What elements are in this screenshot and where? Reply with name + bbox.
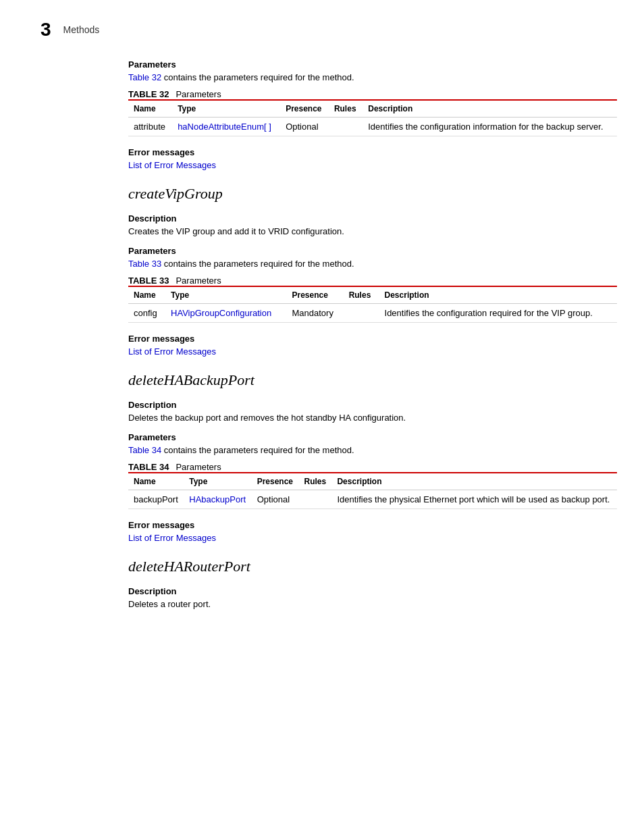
chapter-title: Methods — [63, 24, 100, 35]
col-type: Type — [184, 473, 251, 490]
type-link[interactable]: HAbackupPort — [189, 494, 246, 504]
cell-name: attribute — [128, 118, 172, 136]
col-name: Name — [128, 473, 184, 490]
table-row: attribute haNodeAttributeEnum[ ] Optiona… — [128, 118, 617, 136]
table33-label-row: TABLE 33 Parameters — [128, 276, 617, 286]
table-32-header-row: Name Type Presence Rules Description — [128, 100, 617, 118]
cell-rules — [344, 304, 379, 323]
description-label-dharp: Description — [128, 586, 617, 596]
col-presence: Presence — [280, 100, 329, 118]
description-label-dhabp: Description — [128, 400, 617, 410]
col-rules: Rules — [298, 473, 331, 490]
table33-link[interactable]: Table 33 — [128, 259, 161, 269]
cell-description: Identifies the physical Ethernet port wh… — [331, 490, 617, 509]
chapter-number: 3 — [41, 20, 51, 39]
page-header: 3 Methods — [41, 20, 617, 39]
params-label-32: Parameters — [128, 59, 617, 70]
error-section-cvg: Error messages List of Error Messages — [128, 334, 617, 357]
cell-type: haNodeAttributeEnum[ ] — [172, 118, 280, 136]
table32-name: Parameters — [176, 89, 221, 99]
table34-name: Parameters — [176, 462, 221, 472]
table33-name: Parameters — [176, 276, 221, 286]
table-row: config HAVipGroupConfiguration Mandatory… — [128, 304, 617, 323]
table32-link[interactable]: Table 32 — [128, 72, 161, 82]
col-rules: Rules — [344, 286, 379, 304]
table34-label-row: TABLE 34 Parameters — [128, 462, 617, 472]
method-title-createvipgroup: createVipGroup — [128, 185, 617, 203]
method-createvipgroup: createVipGroup Description Creates the V… — [128, 185, 617, 357]
table-33-header-row: Name Type Presence Rules Description — [128, 286, 617, 304]
col-name: Name — [128, 286, 165, 304]
col-name: Name — [128, 100, 172, 118]
method-title-dharp: deleteHARouterPort — [128, 558, 617, 575]
cell-name: backupPort — [128, 490, 184, 509]
params-label-dhabp: Parameters — [128, 432, 617, 442]
table34-label: TABLE 34 — [128, 462, 169, 472]
cell-presence: Optional — [280, 118, 329, 136]
col-type: Type — [165, 286, 286, 304]
type-link[interactable]: HAVipGroupConfiguration — [171, 308, 271, 318]
error-label-32: Error messages — [128, 147, 617, 157]
error-link-cvg[interactable]: List of Error Messages — [128, 346, 216, 357]
method-title-dhabp: deleteHABackupPort — [128, 371, 617, 389]
error-link-32[interactable]: List of Error Messages — [128, 160, 216, 170]
params-intro-cvg: Table 33 contains the parameters require… — [128, 259, 617, 269]
col-description: Description — [363, 100, 617, 118]
col-description: Description — [331, 473, 617, 490]
cell-type: HAVipGroupConfiguration — [165, 304, 286, 323]
cell-description: Identifies the configuration required fo… — [379, 304, 617, 323]
params-section-32: Parameters Table 32 contains the paramet… — [128, 59, 617, 170]
col-description: Description — [379, 286, 617, 304]
error-link-dhabp[interactable]: List of Error Messages — [128, 533, 216, 543]
table34-link[interactable]: Table 34 — [128, 445, 161, 455]
table-34-header-row: Name Type Presence Rules Description — [128, 473, 617, 490]
description-text-dharp: Deletes a router port. — [128, 599, 617, 609]
error-section-32: Error messages List of Error Messages — [128, 147, 617, 170]
error-label-cvg: Error messages — [128, 334, 617, 344]
description-label-cvg: Description — [128, 213, 617, 224]
description-text-dhabp: Deletes the backup port and removes the … — [128, 413, 617, 423]
table33-label: TABLE 33 — [128, 276, 169, 286]
cell-rules — [298, 490, 331, 509]
table-32: Name Type Presence Rules Description att… — [128, 99, 617, 136]
table-34: Name Type Presence Rules Description bac… — [128, 472, 617, 509]
cell-type: HAbackupPort — [184, 490, 251, 509]
cell-name: config — [128, 304, 165, 323]
description-text-cvg: Creates the VIP group and add it to VRID… — [128, 226, 617, 236]
content-wrapper: Parameters Table 32 contains the paramet… — [128, 59, 617, 609]
method-deleteharouterport: deleteHARouterPort Description Deletes a… — [128, 558, 617, 609]
table-33: Name Type Presence Rules Description con… — [128, 286, 617, 323]
col-presence: Presence — [287, 286, 344, 304]
col-rules: Rules — [329, 100, 363, 118]
cell-presence: Mandatory — [287, 304, 344, 323]
table32-label: TABLE 32 — [128, 89, 169, 99]
cell-description: Identifies the configuration information… — [363, 118, 617, 136]
col-presence: Presence — [252, 473, 299, 490]
error-label-dhabp: Error messages — [128, 520, 617, 530]
params-label-cvg: Parameters — [128, 246, 617, 256]
params-intro-32: Table 32 contains the parameters require… — [128, 72, 617, 82]
params-intro-dhabp: Table 34 contains the parameters require… — [128, 445, 617, 455]
table-row: backupPort HAbackupPort Optional Identif… — [128, 490, 617, 509]
error-section-dhabp: Error messages List of Error Messages — [128, 520, 617, 543]
table32-label-row: TABLE 32 Parameters — [128, 89, 617, 99]
col-type: Type — [172, 100, 280, 118]
cell-presence: Optional — [252, 490, 299, 509]
cell-rules — [329, 118, 363, 136]
method-deletehabackupport: deleteHABackupPort Description Deletes t… — [128, 371, 617, 543]
type-link[interactable]: haNodeAttributeEnum[ ] — [178, 122, 271, 132]
